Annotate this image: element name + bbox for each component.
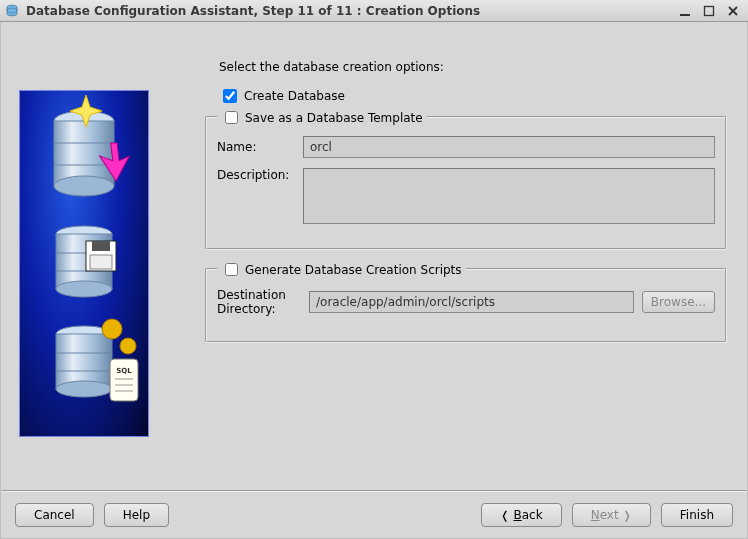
svg-rect-28: [110, 359, 138, 401]
minimize-button[interactable]: [678, 4, 692, 18]
svg-rect-20: [90, 255, 112, 269]
help-button[interactable]: Help: [104, 503, 169, 527]
svg-point-8: [54, 176, 114, 196]
template-description-label: Description:: [217, 168, 295, 182]
titlebar: Database Configuration Assistant, Step 1…: [0, 0, 748, 22]
create-database-checkbox[interactable]: [223, 89, 237, 103]
svg-point-26: [102, 319, 122, 339]
svg-point-15: [56, 281, 112, 297]
chevron-right-icon: ❭: [623, 510, 632, 521]
app-icon: [4, 3, 20, 19]
client-area: SQL Select the database creation options…: [0, 22, 748, 539]
svg-text:SQL: SQL: [116, 367, 132, 375]
close-button[interactable]: [726, 4, 740, 18]
wizard-button-bar: Cancel Help ❬ Back Next ❭ Finish: [1, 490, 747, 538]
window-title: Database Configuration Assistant, Step 1…: [26, 4, 480, 18]
browse-button[interactable]: Browse...: [642, 291, 715, 313]
generate-scripts-checkbox[interactable]: [225, 263, 238, 276]
chevron-left-icon: ❬: [500, 510, 509, 521]
maximize-button[interactable]: [702, 4, 716, 18]
destination-directory-field[interactable]: [309, 291, 634, 313]
svg-point-23: [56, 381, 112, 397]
generate-scripts-group: Generate Database Creation Scripts Desti…: [205, 268, 727, 343]
template-description-field[interactable]: [303, 168, 715, 224]
finish-button[interactable]: Finish: [661, 503, 733, 527]
svg-point-27: [120, 338, 136, 354]
window-controls: [678, 4, 744, 18]
save-template-group: Save as a Database Template Name: Descri…: [205, 116, 727, 250]
back-button[interactable]: ❬ Back: [481, 503, 561, 527]
save-template-label: Save as a Database Template: [245, 111, 423, 125]
svg-rect-3: [705, 6, 714, 15]
cancel-button[interactable]: Cancel: [15, 503, 94, 527]
generate-scripts-label: Generate Database Creation Scripts: [245, 263, 462, 277]
svg-rect-19: [92, 241, 110, 251]
next-button[interactable]: Next ❭: [572, 503, 651, 527]
destination-directory-label: Destination Directory:: [217, 288, 301, 317]
wizard-side-image: SQL: [19, 90, 149, 437]
save-template-checkbox[interactable]: [225, 111, 238, 124]
create-database-label: Create Database: [244, 89, 345, 103]
template-name-field[interactable]: [303, 136, 715, 158]
template-name-label: Name:: [217, 140, 295, 154]
instruction-text: Select the database creation options:: [219, 60, 444, 74]
